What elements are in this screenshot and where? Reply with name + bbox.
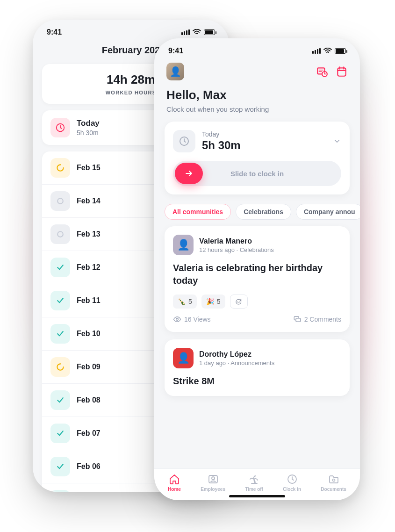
clock-icon bbox=[287, 474, 298, 485]
post-card[interactable]: 👤Valeria Manero12 hours ago · Celebratio… bbox=[165, 226, 350, 332]
empty-icon bbox=[50, 191, 70, 211]
svg-rect-14 bbox=[296, 318, 301, 322]
clock-value: 5h 30m bbox=[202, 139, 241, 152]
tab-label: Time off bbox=[245, 487, 263, 492]
svg-point-16 bbox=[212, 477, 215, 480]
filter-chip[interactable]: All communities bbox=[165, 204, 231, 220]
clock-label: Today bbox=[202, 130, 241, 138]
comments[interactable]: 2 Comments bbox=[293, 315, 341, 324]
post-card[interactable]: 👤Dorothy López1 day ago · AnnouncementsS… bbox=[165, 339, 350, 396]
tab-label: Home bbox=[168, 487, 181, 492]
tab-employees[interactable]: Employees bbox=[201, 474, 225, 492]
svg-rect-7 bbox=[338, 68, 345, 76]
day-date: Feb 15 bbox=[77, 164, 101, 172]
status-indicators bbox=[312, 48, 346, 54]
day-date: Feb 11 bbox=[77, 296, 101, 305]
day-date: Feb 06 bbox=[77, 462, 101, 471]
today-label: Today bbox=[77, 119, 100, 128]
cellular-icon bbox=[312, 48, 321, 54]
status-time: 9:41 bbox=[168, 47, 183, 55]
tab-home[interactable]: Home bbox=[168, 474, 181, 492]
palm-icon bbox=[249, 474, 260, 485]
day-date: Feb 09 bbox=[77, 363, 101, 371]
day-date: Feb 07 bbox=[77, 429, 101, 438]
tab-documents[interactable]: Documents bbox=[321, 474, 346, 492]
chevron-down-icon[interactable] bbox=[333, 137, 341, 145]
post-avatar[interactable]: 👤 bbox=[173, 348, 194, 368]
check-icon bbox=[50, 457, 70, 476]
comments-icon bbox=[293, 315, 302, 324]
post-author: Dorothy López bbox=[199, 350, 274, 359]
tab-label: Employees bbox=[201, 487, 225, 492]
pending-icon bbox=[50, 158, 70, 178]
pending-icon bbox=[50, 357, 70, 377]
avatar[interactable]: 👤 bbox=[166, 63, 184, 80]
day-date: Feb 12 bbox=[77, 263, 101, 272]
calendar-icon[interactable] bbox=[336, 65, 348, 78]
check-icon bbox=[50, 258, 70, 277]
post-avatar[interactable]: 👤 bbox=[173, 235, 194, 255]
wifi-icon bbox=[323, 48, 332, 54]
time-card-icon[interactable] bbox=[316, 65, 328, 78]
svg-point-11 bbox=[239, 301, 239, 302]
svg-point-4 bbox=[57, 364, 63, 370]
greeting-sub: Clock out when you stop working bbox=[166, 105, 348, 113]
phone-right: 9:41 👤 Hello, Max Clock out when you sto… bbox=[154, 38, 360, 500]
post-footer: 16 Views2 Comments bbox=[173, 315, 341, 324]
check-icon bbox=[50, 424, 70, 443]
tab-clock-in[interactable]: Clock in bbox=[283, 474, 301, 492]
home-icon bbox=[169, 474, 180, 485]
folder-icon bbox=[328, 474, 339, 485]
reaction[interactable]: 🍾5 bbox=[173, 295, 197, 309]
svg-point-3 bbox=[57, 231, 63, 237]
svg-point-1 bbox=[57, 165, 63, 171]
day-date: Feb 13 bbox=[77, 230, 101, 238]
status-indicators bbox=[181, 29, 215, 36]
home-indicator bbox=[229, 495, 285, 497]
views: 16 Views bbox=[173, 315, 211, 324]
cellular-icon bbox=[181, 29, 190, 35]
slide-to-clock-in[interactable]: Slide to clock in bbox=[173, 161, 341, 186]
post-meta: 12 hours ago · Celebrations bbox=[199, 246, 274, 253]
post-title: Valeria is celebrating her birthday toda… bbox=[173, 262, 341, 287]
empty-icon bbox=[50, 224, 70, 244]
check-icon bbox=[50, 390, 70, 410]
svg-point-10 bbox=[237, 301, 238, 302]
status-time: 9:41 bbox=[47, 28, 62, 36]
clock-card: Today 5h 30m Slide to clock in bbox=[165, 122, 350, 194]
check-icon bbox=[50, 324, 70, 344]
today-duration: 5h 30m bbox=[77, 129, 100, 137]
filter-chip[interactable]: Company annou bbox=[296, 204, 360, 220]
greeting: Hello, Max bbox=[166, 88, 348, 102]
eye-icon bbox=[173, 315, 181, 324]
post-title: Strike 8M bbox=[173, 375, 341, 388]
svg-point-12 bbox=[176, 318, 179, 321]
clock-icon bbox=[50, 118, 70, 137]
filter-chip[interactable]: Celebrations bbox=[236, 204, 291, 220]
reactions: 🍾5🎉5 bbox=[173, 295, 341, 309]
check-icon bbox=[50, 291, 70, 310]
battery-icon bbox=[204, 29, 215, 35]
day-date: Feb 14 bbox=[77, 197, 101, 205]
svg-point-2 bbox=[57, 198, 63, 204]
users-icon bbox=[208, 474, 219, 485]
wifi-icon bbox=[193, 29, 201, 36]
svg-point-18 bbox=[332, 479, 335, 482]
filter-chips: All communitiesCelebrationsCompany annou bbox=[154, 194, 360, 226]
day-date: Feb 08 bbox=[77, 396, 101, 404]
clock-icon bbox=[173, 130, 195, 152]
status-bar: 9:41 bbox=[154, 38, 360, 60]
tab-label: Clock in bbox=[283, 487, 301, 492]
slide-text: Slide to clock in bbox=[173, 170, 341, 178]
day-date: Feb 10 bbox=[77, 330, 101, 338]
tab-time-off[interactable]: Time off bbox=[245, 474, 263, 492]
post-meta: 1 day ago · Announcements bbox=[199, 359, 274, 367]
battery-icon bbox=[335, 48, 346, 54]
add-reaction[interactable] bbox=[230, 295, 248, 309]
reaction[interactable]: 🎉5 bbox=[201, 295, 225, 309]
post-author: Valeria Manero bbox=[199, 237, 274, 245]
check-icon bbox=[50, 490, 70, 492]
tab-label: Documents bbox=[321, 487, 346, 492]
